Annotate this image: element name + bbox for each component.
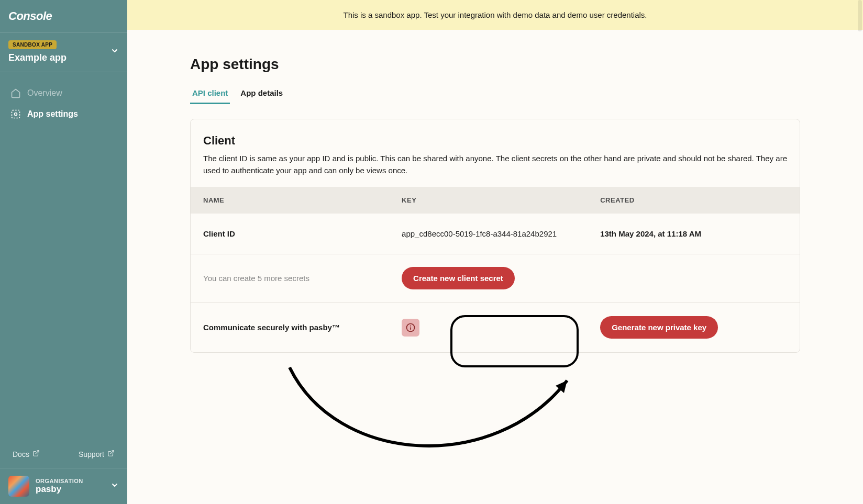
scrollbar[interactable] xyxy=(858,0,862,31)
logo: Console xyxy=(8,9,119,23)
nav-item-settings[interactable]: App settings xyxy=(4,104,123,125)
row-name: Client ID xyxy=(203,229,402,238)
external-link-icon xyxy=(107,450,115,458)
docs-label: Docs xyxy=(13,450,29,458)
table-header: NAME KEY CREATED xyxy=(191,187,800,214)
settings-icon xyxy=(10,109,21,119)
org-avatar xyxy=(8,476,29,497)
main: This is a sandbox app. Test your integra… xyxy=(127,0,863,504)
sidebar-footer: Docs Support xyxy=(0,440,127,468)
nav-label-overview: Overview xyxy=(27,88,62,98)
info-icon[interactable] xyxy=(402,319,419,337)
private-key-row: Communicate securely with pasby™ Generat… xyxy=(191,303,800,352)
support-link[interactable]: Support xyxy=(79,450,115,458)
col-name: NAME xyxy=(203,196,402,204)
svg-point-1 xyxy=(15,113,17,116)
card-header: Client The client ID is same as your app… xyxy=(191,119,800,187)
chevron-down-icon xyxy=(110,481,119,491)
pk-label: Communicate securely with pasby™ xyxy=(203,323,402,332)
external-link-icon xyxy=(32,450,40,458)
table-row: Client ID app_cd8ecc00-5019-1fc8-a344-81… xyxy=(191,214,800,254)
org-label: ORGANISATION xyxy=(36,478,83,484)
nav-item-overview[interactable]: Overview xyxy=(4,83,123,104)
tabs: API client App details xyxy=(190,84,800,104)
docs-link[interactable]: Docs xyxy=(13,450,40,458)
svg-rect-0 xyxy=(12,110,20,118)
card-title: Client xyxy=(203,134,787,148)
support-label: Support xyxy=(79,450,104,458)
tab-api-client[interactable]: API client xyxy=(190,84,230,104)
sandbox-badge: SANDBOX APP xyxy=(8,40,57,49)
client-card: Client The client ID is same as your app… xyxy=(190,119,800,353)
org-name: pasby xyxy=(36,484,83,495)
page-title: App settings xyxy=(190,56,800,73)
row-created: 13th May 2024, at 11:18 AM xyxy=(600,229,787,238)
annotation-arrow xyxy=(284,354,578,469)
create-secret-button[interactable]: Create new client secret xyxy=(402,267,515,289)
col-key: KEY xyxy=(402,196,600,204)
app-name: Example app xyxy=(8,52,67,63)
content: App settings API client App details Clie… xyxy=(127,30,863,379)
nav-label-settings: App settings xyxy=(27,109,78,119)
sidebar: Console SANDBOX APP Example app Overview xyxy=(0,0,127,504)
secret-hint: You can create 5 more secrets xyxy=(203,274,402,283)
secret-row: You can create 5 more secrets Create new… xyxy=(191,254,800,303)
app-selector[interactable]: SANDBOX APP Example app xyxy=(0,33,127,72)
nav: Overview App settings xyxy=(0,72,127,440)
banner-text: This is a sandbox app. Test your integra… xyxy=(343,10,647,19)
row-key: app_cd8ecc00-5019-1fc8-a344-81a24b2921 xyxy=(402,229,600,238)
generate-private-key-button[interactable]: Generate new private key xyxy=(600,316,718,339)
home-icon xyxy=(10,88,21,98)
card-description: The client ID is same as your app ID and… xyxy=(203,153,787,176)
tab-app-details[interactable]: App details xyxy=(238,84,285,104)
org-selector[interactable]: ORGANISATION pasby xyxy=(0,468,127,504)
sidebar-header: Console xyxy=(0,0,127,33)
col-created: CREATED xyxy=(600,196,787,204)
sandbox-banner: This is a sandbox app. Test your integra… xyxy=(127,0,863,30)
chevron-down-icon xyxy=(110,47,119,57)
